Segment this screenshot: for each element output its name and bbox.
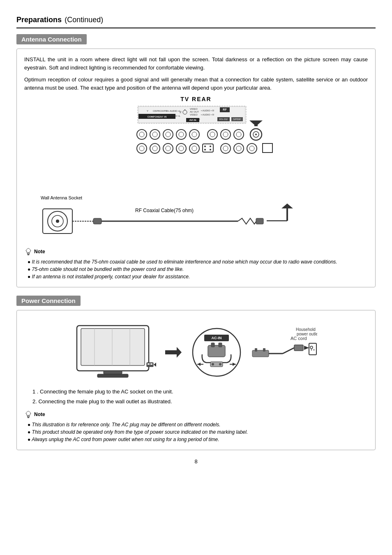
svg-text:S/PDIF: S/PDIF <box>233 118 241 120</box>
svg-rect-90 <box>104 371 122 374</box>
svg-point-105 <box>219 363 221 365</box>
svg-marker-96 <box>165 347 182 358</box>
rf-cable-label: RF Coaxial Cable(75 ohm) <box>135 208 194 213</box>
svg-rect-71 <box>254 120 258 126</box>
power-outlet-section: AC cord Household power outlet <box>251 328 317 377</box>
antenna-note-1: It is recommended that the 75-ohm coaxia… <box>28 258 368 266</box>
svg-point-50 <box>150 143 160 153</box>
svg-text:Y: Y <box>147 110 148 112</box>
svg-point-52 <box>163 143 173 153</box>
svg-marker-82 <box>281 204 293 208</box>
antenna-section-header: Antenna Connection <box>16 34 87 44</box>
svg-rect-118 <box>294 345 303 351</box>
antenna-section: Antenna Connection INSTALL the unit in a… <box>16 34 376 287</box>
power-section: Power Connection <box>16 296 376 450</box>
svg-point-37 <box>189 130 199 139</box>
svg-rect-91 <box>97 374 128 377</box>
svg-text:• AUDIO • R: • AUDIO • R <box>201 109 214 112</box>
svg-point-62 <box>210 149 211 150</box>
power-diagram: AC-IN AC cord <box>24 324 368 381</box>
svg-text:AC cord: AC cord <box>291 336 307 341</box>
tv-front-svg <box>75 324 157 381</box>
svg-text:AV OUT: AV OUT <box>190 111 199 113</box>
svg-point-39 <box>208 130 217 139</box>
svg-point-33 <box>163 130 173 139</box>
svg-text:RF: RF <box>223 108 227 111</box>
note-label: Note <box>34 249 45 254</box>
svg-point-41 <box>221 130 231 139</box>
svg-point-67 <box>247 143 257 153</box>
tv-rear-diagram: COMPONENT IN Y CB/PB CR/PR R• AUDIO •L Y… <box>24 106 368 188</box>
svg-rect-86 <box>81 328 145 365</box>
svg-point-123 <box>311 349 312 351</box>
power-steps: 1 . Connecting the female plug to the AC… <box>32 388 368 405</box>
power-note-label: Note <box>34 412 45 417</box>
antenna-note-list: It is recommended that the 75-ohm coaxia… <box>24 258 368 280</box>
svg-point-60 <box>210 146 211 147</box>
svg-text:CR/PR: CR/PR <box>160 115 167 117</box>
wall-socket-label: Wall Antenna Socket <box>41 195 368 200</box>
svg-point-104 <box>212 363 214 365</box>
svg-point-56 <box>189 143 199 153</box>
power-note-icon <box>24 410 32 419</box>
antenna-para1: INSTALL the unit in a room where direct … <box>24 56 368 72</box>
svg-text:RS-232: RS-232 <box>219 118 228 120</box>
ac-unit-svg: AC-IN <box>190 326 243 379</box>
svg-point-61 <box>204 149 206 150</box>
svg-point-48 <box>137 143 147 153</box>
antenna-note-section: Note It is recommended that the 75-ohm c… <box>24 247 368 280</box>
svg-text:AC-IN: AC-IN <box>212 336 222 340</box>
svg-rect-101 <box>211 343 214 347</box>
svg-text:2: 2 <box>180 110 182 114</box>
note-header: Note <box>24 247 368 256</box>
antenna-section-box: INSTALL the unit in a room where direct … <box>16 49 376 287</box>
power-outlet-svg: AC cord Household power outlet <box>251 328 317 377</box>
svg-point-75 <box>56 220 59 223</box>
page-title: Preparations (Continued) <box>16 12 376 28</box>
svg-text:Y: Y <box>147 115 148 117</box>
power-note-section: Note This illustration is for reference … <box>24 410 368 443</box>
antenna-connection-diagram: Wall Antenna Socket <box>41 195 368 241</box>
svg-text:VIDEO: VIDEO <box>190 113 198 116</box>
svg-rect-94 <box>150 363 152 365</box>
svg-point-59 <box>204 146 206 147</box>
svg-text:R• AUDIO •L: R• AUDIO •L <box>166 115 181 117</box>
svg-rect-100 <box>208 345 225 357</box>
svg-rect-93 <box>148 363 150 365</box>
svg-text:R• AUDIO •L: R• AUDIO •L <box>166 110 181 112</box>
svg-point-65 <box>234 143 244 153</box>
power-note-list: This illustration is for reference only.… <box>24 421 368 443</box>
svg-point-63 <box>221 143 231 153</box>
antenna-note-2: 75-ohm cable should not be bundled with … <box>28 266 368 273</box>
svg-point-54 <box>176 143 186 153</box>
svg-text:AVI IN: AVI IN <box>189 119 196 121</box>
svg-point-29 <box>137 130 147 139</box>
power-step2: 2. Connecting the male plug to the wall … <box>32 398 368 406</box>
svg-rect-120 <box>309 343 316 355</box>
power-note-2: This product should be operated only fro… <box>28 428 368 436</box>
svg-text:CB/PB: CB/PB <box>153 115 160 117</box>
power-note-3: Always unplug the AC cord from power out… <box>28 436 368 443</box>
svg-text:Household: Household <box>296 328 316 332</box>
svg-rect-79 <box>256 218 263 224</box>
svg-rect-69 <box>263 143 272 153</box>
svg-point-47 <box>255 134 257 135</box>
antenna-para2: Optimum reception of colour requires a g… <box>24 76 368 92</box>
svg-line-117 <box>283 347 295 354</box>
svg-point-43 <box>234 130 244 139</box>
note-icon <box>24 247 32 256</box>
power-note-header: Note <box>24 410 368 419</box>
svg-text:power outlet: power outlet <box>297 332 317 336</box>
svg-rect-114 <box>255 348 257 352</box>
tv-rear-title: TV REAR <box>24 96 368 102</box>
svg-rect-77 <box>93 218 101 224</box>
svg-rect-115 <box>263 348 265 352</box>
antenna-note-3: If an antenna is not installed properly,… <box>28 273 368 280</box>
svg-rect-102 <box>219 343 222 347</box>
power-step1: 1 . Connecting the female plug to the AC… <box>32 388 368 396</box>
power-section-box: AC-IN AC cord <box>16 310 376 450</box>
page-number: 8 <box>16 458 376 465</box>
svg-point-122 <box>314 349 315 351</box>
power-section-header: Power Connection <box>16 296 81 306</box>
svg-marker-119 <box>304 346 309 350</box>
